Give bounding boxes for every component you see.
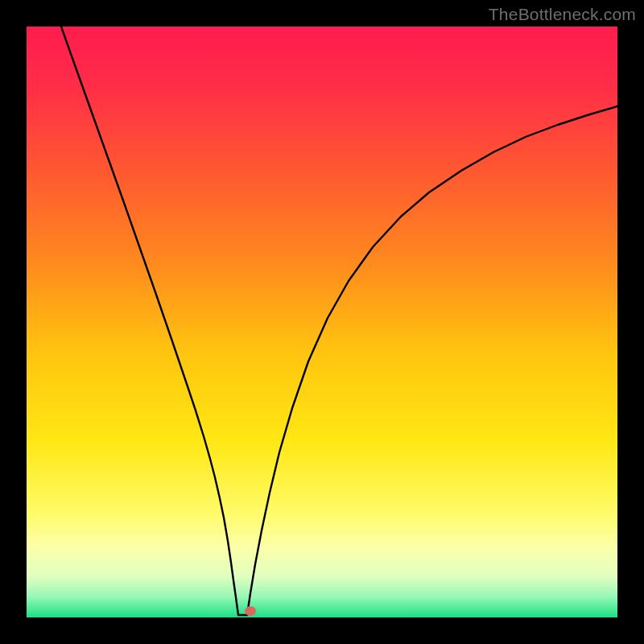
gradient-background [27,27,617,617]
watermark-text: TheBottleneck.com [489,5,636,24]
bottleneck-chart [27,27,617,617]
chart-frame [27,27,617,617]
optimal-point-marker [245,606,256,616]
